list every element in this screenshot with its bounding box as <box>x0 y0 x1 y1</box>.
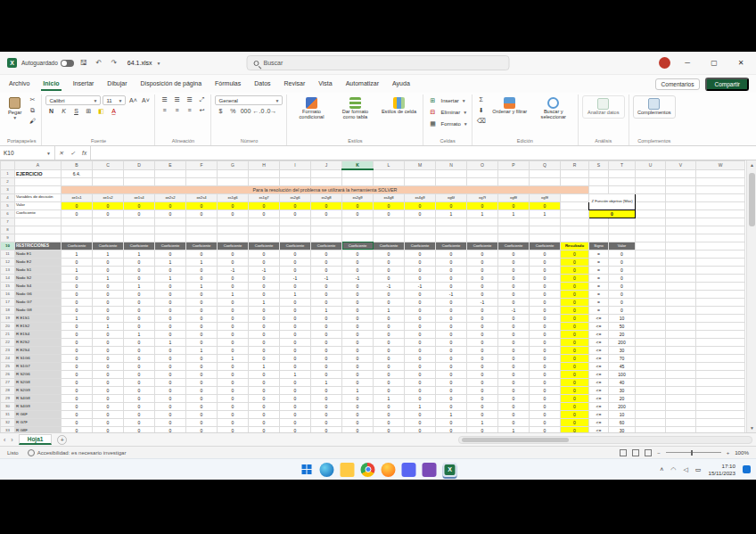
conditional-formatting-button[interactable]: Formato condicional <box>291 95 332 122</box>
variable-coef-cell[interactable]: 1 <box>530 209 561 218</box>
restriction-coef-cell[interactable]: 0 <box>155 298 186 306</box>
restriction-coef-cell[interactable]: 0 <box>467 250 498 258</box>
restriction-coef-cell[interactable]: 1 <box>436 410 467 418</box>
restriction-coef-cell[interactable]: 0 <box>186 426 218 432</box>
number-format-select[interactable]: General▼ <box>215 95 283 105</box>
restriction-coef-cell[interactable]: 0 <box>498 362 530 370</box>
restriction-coef-cell[interactable]: 0 <box>342 250 374 258</box>
restriction-coef-cell[interactable]: 0 <box>530 330 561 338</box>
horizontal-scroll-thumb[interactable] <box>462 438 569 442</box>
restriction-coef-cell[interactable]: 0 <box>405 426 436 432</box>
variable-coef-cell[interactable]: 0 <box>62 209 93 218</box>
column-header-M[interactable]: M <box>405 161 436 170</box>
column-header-S[interactable]: S <box>589 161 609 170</box>
restriction-coef-cell[interactable]: 0 <box>530 290 561 298</box>
restriction-coef-cell[interactable]: 0 <box>186 402 218 410</box>
restriction-coef-cell[interactable]: 0 <box>155 290 186 298</box>
restriction-coef-cell[interactable]: 0 <box>342 402 374 410</box>
column-header-Q[interactable]: Q <box>530 161 561 170</box>
restriction-value-cell[interactable]: 0 <box>609 306 636 314</box>
comma-style-icon[interactable]: 000 <box>240 107 251 116</box>
align-top-icon[interactable]: ☰ <box>159 95 169 104</box>
restriction-sign-cell[interactable]: = <box>589 282 609 290</box>
restriction-coef-cell[interactable]: 0 <box>436 418 467 426</box>
share-button[interactable]: Compartir <box>705 78 749 91</box>
restriction-coef-cell[interactable]: 0 <box>374 290 405 298</box>
grid-cell[interactable] <box>589 234 609 242</box>
grid-cell[interactable] <box>636 242 666 250</box>
borders-icon[interactable]: ⊞ <box>83 107 94 116</box>
restriction-coef-cell[interactable]: 0 <box>93 282 124 290</box>
grid-cell[interactable] <box>666 306 696 314</box>
restriction-label-cell[interactable]: Nodo E1 <box>15 250 62 258</box>
grid-cell[interactable] <box>666 201 696 209</box>
restriction-coef-cell[interactable]: 0 <box>467 386 498 394</box>
restriction-coef-cell[interactable]: 0 <box>405 330 436 338</box>
column-header-P[interactable]: P <box>498 161 530 170</box>
grid-cell[interactable] <box>498 218 530 226</box>
grid-cell[interactable] <box>155 226 186 234</box>
grid-cell[interactable] <box>696 266 745 274</box>
cut-icon[interactable]: ✂ <box>27 95 37 104</box>
restriction-label-cell[interactable]: Nodo S4 <box>15 282 62 290</box>
restriction-coef-cell[interactable]: 0 <box>249 418 280 426</box>
restriction-coef-cell[interactable]: 0 <box>62 274 93 282</box>
grid-cell[interactable] <box>342 169 374 177</box>
grid-cell[interactable] <box>218 177 249 185</box>
restriction-coef-cell[interactable]: 0 <box>124 354 155 362</box>
restriction-coef-cell[interactable]: 1 <box>467 418 498 426</box>
restriction-coef-cell[interactable]: 0 <box>311 322 342 330</box>
italic-button[interactable]: K <box>58 107 69 116</box>
restriction-coef-cell[interactable]: 0 <box>249 394 280 402</box>
restriction-coef-cell[interactable]: 0 <box>249 378 280 386</box>
variable-coef-cell[interactable]: 1 <box>467 209 498 218</box>
variable-value-cell[interactable]: 0 <box>218 201 249 209</box>
restriction-coef-cell[interactable]: 0 <box>530 426 561 432</box>
coef-header-cell[interactable]: Coeficiente <box>186 242 218 250</box>
variable-coef-cell[interactable]: 0 <box>218 209 249 218</box>
restriction-coef-cell[interactable]: 0 <box>467 354 498 362</box>
restriction-coef-cell[interactable]: 0 <box>374 338 405 346</box>
grid-cell[interactable] <box>561 209 589 218</box>
restriction-value-cell[interactable]: 50 <box>609 322 636 330</box>
restriction-coef-cell[interactable]: 0 <box>249 402 280 410</box>
restriction-coef-cell[interactable]: 0 <box>93 290 124 298</box>
clock[interactable]: 17:10 15/11/2023 <box>708 463 735 476</box>
grid-cell[interactable] <box>636 338 666 346</box>
grid-cell[interactable] <box>155 234 186 242</box>
row-header-27[interactable]: 27 <box>1 378 15 386</box>
restriction-coef-cell[interactable]: 0 <box>93 362 124 370</box>
column-header-J[interactable]: J <box>311 161 342 170</box>
row-header-19[interactable]: 19 <box>1 314 15 322</box>
grid-cell[interactable] <box>636 330 666 338</box>
page-break-view-icon[interactable] <box>645 449 652 456</box>
grid-cell[interactable] <box>498 234 530 242</box>
restriction-coef-cell[interactable]: 0 <box>436 250 467 258</box>
restriction-coef-cell[interactable]: 0 <box>342 314 374 322</box>
grid-cell[interactable] <box>218 226 249 234</box>
restriction-sign-cell[interactable]: <= <box>589 394 609 402</box>
grid-cell[interactable] <box>155 218 186 226</box>
restriction-coef-cell[interactable]: 0 <box>405 314 436 322</box>
restriction-coef-cell[interactable]: 0 <box>249 290 280 298</box>
grid-cell[interactable] <box>436 234 467 242</box>
grid-cell[interactable] <box>62 218 93 226</box>
grid-cell[interactable] <box>636 394 666 402</box>
restriction-coef-cell[interactable]: 0 <box>155 370 186 378</box>
row-header-9[interactable]: 9 <box>1 234 15 242</box>
grid-cell[interactable] <box>498 169 530 177</box>
search-box[interactable]: Buscar <box>247 55 510 70</box>
scroll-down-icon[interactable]: ▼ <box>747 423 756 432</box>
restriction-label-cell[interactable]: R E2S2 <box>15 338 62 346</box>
restriction-sign-cell[interactable]: = <box>589 298 609 306</box>
grid-cell[interactable] <box>666 362 696 370</box>
restriction-coef-cell[interactable]: 0 <box>467 266 498 274</box>
grid-cell[interactable] <box>666 330 696 338</box>
restriction-coef-cell[interactable]: 1 <box>62 314 93 322</box>
restriction-coef-cell[interactable]: 0 <box>498 338 530 346</box>
grid-cell[interactable] <box>666 322 696 330</box>
grid-cell[interactable] <box>15 234 62 242</box>
grid-cell[interactable] <box>561 193 589 201</box>
variable-coef-cell[interactable]: 0 <box>155 209 186 218</box>
restriction-coef-cell[interactable]: 0 <box>93 346 124 354</box>
